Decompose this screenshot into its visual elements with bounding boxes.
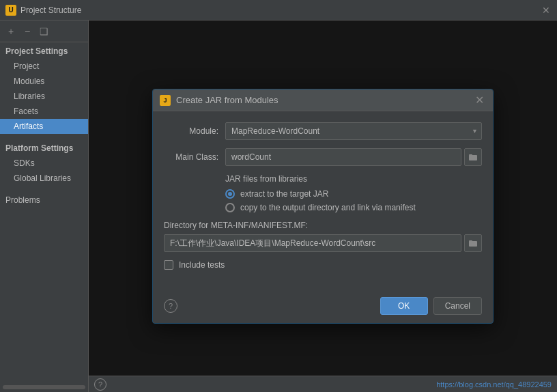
directory-label: Directory for META-INF/MANIFEST.MF:	[164, 221, 482, 230]
radio-extract-input[interactable]	[225, 189, 235, 199]
cancel-button[interactable]: Cancel	[433, 297, 482, 315]
ok-button[interactable]: OK	[380, 297, 428, 315]
module-select-wrapper: MapReduce-WordCount	[225, 122, 482, 140]
module-row: Module: MapReduce-WordCount	[164, 122, 482, 140]
help-button[interactable]: ?	[94, 378, 106, 391]
app-icon: U	[5, 5, 16, 16]
radio-copy-input[interactable]	[225, 203, 235, 212]
dialog-title: Create JAR from Modules	[176, 95, 472, 105]
title-bar-text: Project Structure	[20, 5, 541, 15]
nav-separator-2	[0, 186, 88, 191]
sidebar-item-facets[interactable]: Facets	[0, 104, 88, 119]
radio-copy[interactable]: copy to the output directory and link vi…	[225, 203, 482, 212]
radio-group: extract to the target JAR copy to the ou…	[225, 189, 482, 212]
svg-rect-2	[469, 241, 477, 247]
main-class-label: Main Class:	[164, 152, 225, 162]
project-settings-section[interactable]: Project Settings	[0, 42, 88, 59]
dialog-close-button[interactable]: ✕	[472, 94, 486, 107]
dialog-help-button[interactable]: ?	[164, 299, 177, 313]
dialog-titlebar: J Create JAR from Modules ✕	[153, 89, 493, 111]
modal-overlay: J Create JAR from Modules ✕ Module: MapR…	[89, 20, 557, 392]
sidebar-toolbar: + − ❑	[0, 20, 88, 42]
platform-settings-section[interactable]: Platform Settings	[0, 139, 88, 156]
add-button[interactable]: +	[4, 25, 18, 38]
sidebar-item-problems[interactable]: Problems	[0, 191, 88, 208]
sidebar-scrollbar[interactable]	[3, 385, 85, 389]
jar-section-label: JAR files from libraries	[225, 174, 482, 184]
sidebar-item-modules[interactable]: Modules	[0, 74, 88, 89]
main-class-control	[225, 148, 482, 166]
dialog: J Create JAR from Modules ✕ Module: MapR…	[152, 89, 494, 324]
radio-copy-label: copy to the output directory and link vi…	[240, 203, 416, 212]
svg-rect-0	[469, 155, 477, 160]
include-tests-row[interactable]: Include tests	[164, 260, 482, 270]
dialog-icon: J	[160, 95, 171, 106]
include-tests-checkbox[interactable]	[164, 260, 173, 270]
remove-button[interactable]: −	[20, 25, 34, 38]
bottom-link[interactable]: https://blog.csdn.net/qq_48922459	[436, 380, 552, 389]
directory-input[interactable]	[164, 234, 461, 252]
sidebar-item-sdks[interactable]: SDKs	[0, 156, 88, 171]
module-select[interactable]: MapReduce-WordCount	[225, 122, 482, 140]
sidebar-item-libraries[interactable]: Libraries	[0, 89, 88, 104]
main-layout: + − ❑ Project Settings Project Modules L…	[0, 20, 557, 392]
sidebar-item-global-libraries[interactable]: Global Libraries	[0, 171, 88, 186]
radio-extract-label: extract to the target JAR	[240, 189, 328, 199]
folder-icon	[468, 152, 478, 162]
directory-browse-button[interactable]	[464, 234, 482, 252]
directory-input-row	[164, 234, 482, 252]
main-class-browse-button[interactable]	[464, 148, 482, 166]
folder-browse-icon	[468, 238, 478, 248]
module-label: Module:	[164, 126, 225, 136]
sidebar: + − ❑ Project Settings Project Modules L…	[0, 20, 89, 392]
close-button[interactable]: ✕	[541, 5, 552, 16]
svg-rect-1	[469, 154, 472, 156]
svg-rect-3	[469, 240, 472, 242]
directory-section: Directory for META-INF/MANIFEST.MF:	[164, 221, 482, 252]
bottom-bar: ? https://blog.csdn.net/qq_48922459	[89, 376, 557, 392]
sidebar-item-project[interactable]: Project	[0, 59, 88, 74]
radio-extract[interactable]: extract to the target JAR	[225, 189, 482, 199]
title-bar: U Project Structure ✕	[0, 0, 557, 20]
copy-button[interactable]: ❑	[37, 25, 51, 38]
dialog-footer: ? OK Cancel	[153, 292, 493, 323]
sidebar-item-artifacts[interactable]: Artifacts	[0, 119, 88, 134]
main-class-input[interactable]	[225, 148, 461, 166]
include-tests-label: Include tests	[179, 260, 225, 270]
nav-separator	[0, 134, 88, 139]
main-class-row: Main Class:	[164, 148, 482, 166]
content-area: J Create JAR from Modules ✕ Module: MapR…	[89, 20, 557, 392]
dialog-body: Module: MapReduce-WordCount Main Class:	[153, 111, 493, 292]
